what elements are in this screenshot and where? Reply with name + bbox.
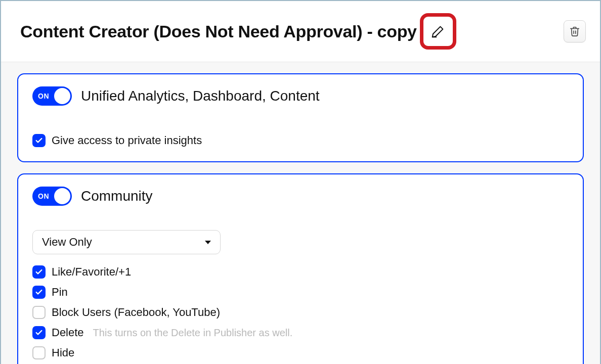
label-block-users: Block Users (Facebook, YouTube) [52,306,220,319]
toggle-community[interactable]: ON [32,187,72,206]
section-unified-analytics: ON Unified Analytics, Dashboard, Content… [17,73,584,162]
section-title: Community [81,188,153,204]
label-pin: Pin [52,286,68,299]
page-title: Content Creator (Does Not Need Approval)… [20,22,417,41]
row-hide: Hide [32,346,569,359]
checkbox-pin[interactable] [32,286,46,299]
checkbox-hide[interactable] [32,346,46,359]
section-title: Unified Analytics, Dashboard, Content [81,88,320,104]
checkbox-like[interactable] [32,265,46,279]
label-private-insights: Give access to private insights [52,134,202,147]
section-head: ON Community [32,187,569,206]
toggle-on-label: ON [38,192,49,200]
label-hide: Hide [52,346,74,359]
section-community: ON Community View Only Like/Favorite/+1 [17,173,584,364]
checkbox-block-users[interactable] [32,306,46,319]
toggle-on-label: ON [38,92,49,100]
page-body: ON Unified Analytics, Dashboard, Content… [1,62,600,364]
community-permission-list: Like/Favorite/+1 Pin Block Users (Facebo… [32,265,569,364]
edit-title-highlight [420,13,456,50]
page-header: Content Creator (Does Not Need Approval)… [1,1,600,62]
pencil-icon [431,24,446,39]
checkbox-delete[interactable] [32,326,46,339]
community-permission-select[interactable]: View Only [32,230,221,254]
checkbox-private-insights[interactable] [32,134,46,147]
select-value: View Only [42,236,92,249]
chevron-down-icon [205,241,211,244]
app-frame: Content Creator (Does Not Need Approval)… [0,0,601,364]
label-delete: Delete [52,326,84,339]
trash-icon [569,26,580,37]
label-like: Like/Favorite/+1 [52,265,131,279]
hint-delete: This turns on the Delete in Publisher as… [93,327,293,339]
section-head: ON Unified Analytics, Dashboard, Content [32,86,569,106]
toggle-knob [54,88,70,104]
toggle-unified-analytics[interactable]: ON [32,86,72,106]
row-block-users: Block Users (Facebook, YouTube) [32,306,569,319]
delete-role-button[interactable] [564,20,586,42]
row-delete: Delete This turns on the Delete in Publi… [32,326,569,339]
toggle-knob [54,188,70,204]
row-pin: Pin [32,286,569,299]
row-private-insights: Give access to private insights [32,134,569,147]
edit-title-button[interactable] [429,22,447,40]
row-like: Like/Favorite/+1 [32,265,569,279]
